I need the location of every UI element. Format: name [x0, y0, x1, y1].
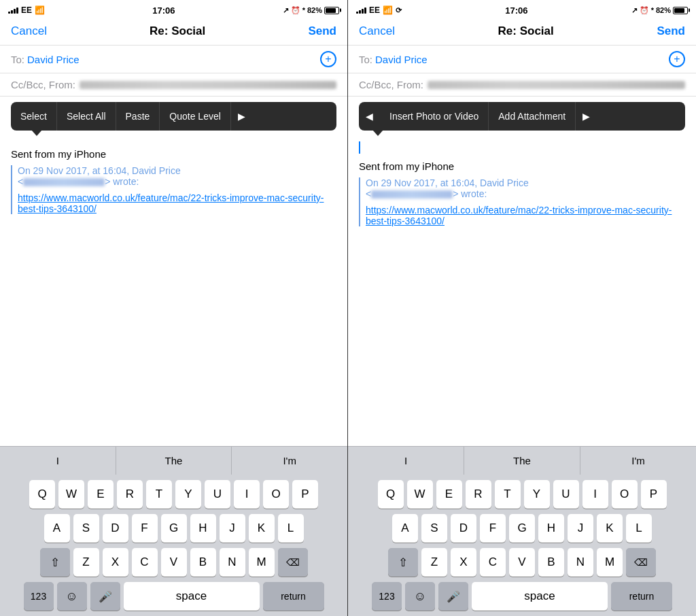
auto-item-2-left[interactable]: The [116, 447, 232, 475]
key-z-left[interactable]: Z [73, 548, 99, 577]
key-m-left[interactable]: M [249, 548, 275, 577]
to-name-left[interactable]: David Price [27, 54, 320, 65]
key-return-right[interactable]: return [611, 582, 672, 611]
insert-photo-button-right[interactable]: Insert Photo or Video [380, 102, 489, 131]
key-l-right[interactable]: L [626, 514, 652, 543]
key-y-left[interactable]: Y [175, 480, 201, 509]
key-e-left[interactable]: E [88, 480, 114, 509]
quoted-link-right[interactable]: https://www.macworld.co.uk/feature/mac/2… [366, 205, 685, 226]
quote-level-button-left[interactable]: Quote Level [160, 102, 231, 131]
key-v-left[interactable]: V [161, 548, 187, 577]
key-f-right[interactable]: F [480, 514, 506, 543]
to-name-right[interactable]: David Price [375, 54, 669, 65]
key-r-right[interactable]: R [466, 480, 491, 509]
signal-bar-2-right [359, 10, 361, 14]
keyboard-row-2-right: A S D F G H J K L [351, 514, 693, 543]
key-t-right[interactable]: T [495, 480, 521, 509]
select-all-button-left[interactable]: Select All [57, 102, 116, 131]
time-left: 17:06 [152, 5, 175, 16]
quoted-link-left[interactable]: https://www.macworld.co.uk/feature/mac/2… [18, 192, 336, 214]
key-n-left[interactable]: N [220, 548, 245, 577]
key-mic-left[interactable]: 🎤 [90, 582, 120, 611]
add-recipient-button-right[interactable]: + [669, 51, 685, 67]
key-123-right[interactable]: 123 [372, 582, 402, 611]
key-l-left[interactable]: L [278, 514, 304, 543]
send-button-left[interactable]: Send [308, 24, 336, 38]
key-q-right[interactable]: Q [378, 480, 404, 509]
key-shift-left[interactable]: ⇧ [40, 548, 70, 577]
key-w-right[interactable]: W [407, 480, 433, 509]
quoted-email-left: <> wrote: [18, 176, 336, 187]
add-attachment-button-right[interactable]: Add Attachment [489, 102, 576, 131]
key-s-left[interactable]: S [73, 514, 99, 543]
paste-button-left[interactable]: Paste [116, 102, 160, 131]
cancel-button-right[interactable]: Cancel [359, 24, 395, 38]
quoted-date-left: On 29 Nov 2017, at 16:04, David Price [18, 165, 336, 176]
key-t-left[interactable]: T [146, 480, 172, 509]
key-q-left[interactable]: Q [29, 480, 55, 509]
key-emoji-left[interactable]: ☺ [57, 582, 87, 611]
key-p-right[interactable]: P [641, 480, 667, 509]
key-d-left[interactable]: D [103, 514, 128, 543]
key-v-right[interactable]: V [509, 548, 535, 577]
key-s-right[interactable]: S [421, 514, 447, 543]
key-u-right[interactable]: U [553, 480, 579, 509]
key-i-left[interactable]: I [234, 480, 260, 509]
context-arrow-left-right[interactable]: ◀ [359, 102, 380, 131]
key-g-right[interactable]: G [509, 514, 535, 543]
key-a-right[interactable]: A [392, 514, 418, 543]
key-p-left[interactable]: P [292, 480, 318, 509]
key-a-left[interactable]: A [44, 514, 70, 543]
key-j-right[interactable]: J [568, 514, 593, 543]
add-recipient-button-left[interactable]: + [320, 51, 336, 67]
key-delete-left[interactable]: ⌫ [278, 548, 308, 577]
key-o-left[interactable]: O [263, 480, 289, 509]
auto-item-1-left[interactable]: I [0, 447, 116, 475]
key-emoji-right[interactable]: ☺ [405, 582, 435, 611]
key-x-right[interactable]: X [451, 548, 476, 577]
key-z-right[interactable]: Z [421, 548, 447, 577]
key-k-right[interactable]: K [597, 514, 623, 543]
key-n-right[interactable]: N [568, 548, 593, 577]
context-arrow-right-right[interactable]: ▶ [576, 102, 597, 131]
key-f-left[interactable]: F [132, 514, 158, 543]
key-y-right[interactable]: Y [524, 480, 550, 509]
auto-item-1-right[interactable]: I [348, 447, 464, 475]
select-button-left[interactable]: Select [11, 102, 57, 131]
key-h-right[interactable]: H [538, 514, 564, 543]
key-g-left[interactable]: G [161, 514, 187, 543]
key-m-right[interactable]: M [597, 548, 623, 577]
key-b-right[interactable]: B [538, 548, 564, 577]
auto-item-3-right[interactable]: I'm [580, 447, 696, 475]
key-j-left[interactable]: J [220, 514, 245, 543]
key-b-left[interactable]: B [190, 548, 216, 577]
key-e-right[interactable]: E [436, 480, 462, 509]
keyboard-row-2-left: A S D F G H J K L [3, 514, 345, 543]
key-h-left[interactable]: H [190, 514, 216, 543]
key-i-right[interactable]: I [582, 480, 608, 509]
auto-item-2-right[interactable]: The [464, 447, 580, 475]
battery-fill-left [326, 8, 336, 13]
key-space-left[interactable]: space [124, 582, 260, 611]
cancel-button-left[interactable]: Cancel [11, 24, 47, 38]
auto-item-3-left[interactable]: I'm [232, 447, 347, 475]
send-button-right[interactable]: Send [657, 24, 685, 38]
mail-body-right[interactable]: Sent from my iPhone On 29 Nov 2017, at 1… [348, 135, 696, 446]
key-c-right[interactable]: C [480, 548, 506, 577]
key-d-right[interactable]: D [451, 514, 476, 543]
key-mic-right[interactable]: 🎤 [438, 582, 468, 611]
key-w-left[interactable]: W [58, 480, 84, 509]
key-k-left[interactable]: K [249, 514, 275, 543]
key-u-left[interactable]: U [205, 480, 230, 509]
key-shift-right[interactable]: ⇧ [388, 548, 418, 577]
key-123-left[interactable]: 123 [24, 582, 54, 611]
key-x-left[interactable]: X [103, 548, 128, 577]
key-c-left[interactable]: C [132, 548, 158, 577]
key-r-left[interactable]: R [117, 480, 143, 509]
key-delete-right[interactable]: ⌫ [626, 548, 656, 577]
context-arrow-right-left[interactable]: ▶ [231, 102, 252, 131]
key-o-right[interactable]: O [612, 480, 638, 509]
key-return-left[interactable]: return [263, 582, 324, 611]
key-space-right[interactable]: space [472, 582, 608, 611]
mail-body-left[interactable]: Sent from my iPhone On 29 Nov 2017, at 1… [0, 135, 347, 446]
